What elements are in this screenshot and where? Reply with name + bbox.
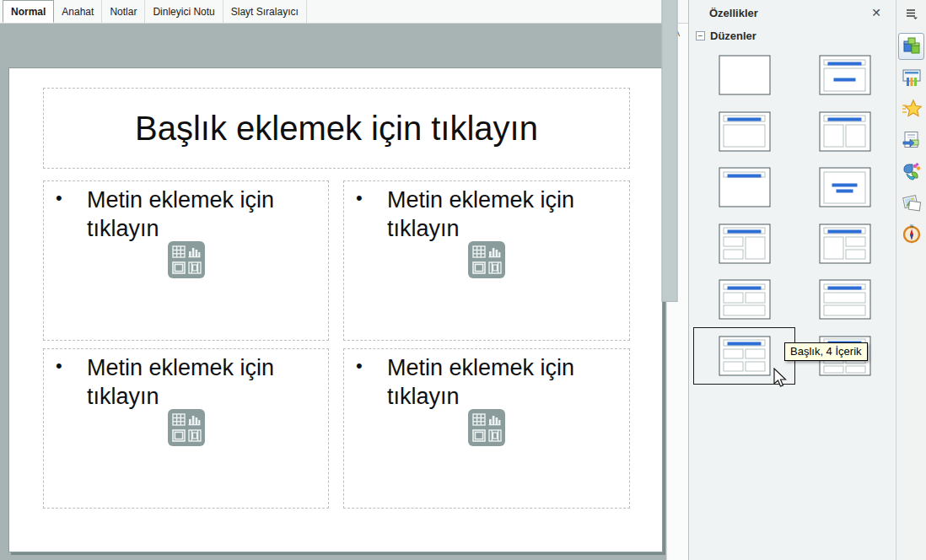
layout-thumbnail-2[interactable] [794, 47, 895, 104]
insert-object-buttons[interactable] [168, 241, 205, 282]
sidebar-tab-gallery[interactable] [898, 189, 924, 216]
view-tab-notlar[interactable]: Notlar [102, 0, 145, 23]
panel-header: Özellikler ✕ [689, 0, 896, 25]
layout-tooltip: Başlık, 4 İçerik [784, 342, 868, 361]
content-placeholder-text: Metin eklemek için tıklayın [87, 355, 274, 409]
collapse-icon[interactable]: − [696, 31, 705, 40]
slide-canvas[interactable]: Başlık eklemek için tıklayın •Metin ekle… [8, 67, 663, 552]
sidebar-tab-navigator[interactable]: N [898, 220, 924, 247]
title-placeholder[interactable]: Başlık eklemek için tıklayın [43, 88, 630, 169]
content-placeholder[interactable]: •Metin eklemek için tıklayın [43, 348, 329, 509]
master-slides-icon [902, 130, 922, 150]
insert-object-buttons[interactable] [468, 409, 505, 450]
svg-text:N: N [910, 223, 913, 229]
layout-thumbnail-10[interactable] [794, 272, 895, 328]
insert-object-buttons[interactable] [168, 409, 205, 450]
sidebar-menu-icon[interactable] [902, 6, 921, 21]
content-placeholder[interactable]: •Metin eklemek için tıklayın [43, 180, 329, 341]
content-placeholder[interactable]: •Metin eklemek için tıklayın [343, 180, 630, 341]
view-tab-bar: NormalAnahatNotlarDinleyici NotuSlayt Sı… [0, 0, 688, 24]
properties-icon [902, 36, 922, 57]
layout-thumbnail-6[interactable] [794, 159, 895, 216]
bullet-glyph: • [56, 354, 62, 378]
bullet-glyph: • [56, 186, 62, 210]
view-tab-slayt-sıralayıcı[interactable]: Slayt Sıralayıcı [223, 0, 307, 23]
layout-thumbnail-1[interactable] [694, 47, 794, 104]
layout-thumbnail-9[interactable] [694, 272, 794, 328]
slide-scrollbar[interactable]: ˄ [666, 24, 688, 560]
slide-workspace: Başlık eklemek için tıklayın •Metin ekle… [0, 24, 666, 560]
layout-grid [694, 47, 895, 384]
view-tab-normal[interactable]: Normal [3, 0, 54, 23]
scrollbar-thumb[interactable] [662, 0, 678, 302]
view-tab-anahat[interactable]: Anahat [54, 0, 102, 23]
content-placeholder-text: Metin eklemek için tıklayın [387, 187, 574, 241]
sidebar-tab-animation[interactable] [898, 95, 924, 122]
layouts-section-label: Düzenler [710, 30, 756, 42]
gallery-icon [902, 192, 922, 213]
slide-transition-icon [902, 67, 922, 88]
sidebar-tab-strip: N [896, 0, 926, 560]
navigator-icon: N [902, 223, 922, 244]
bullet-glyph: • [356, 186, 363, 210]
sidebar-tab-slide-transition[interactable] [898, 64, 924, 91]
sidebar-tab-styles[interactable] [898, 158, 924, 185]
panel-title: Özellikler [709, 7, 758, 19]
title-placeholder-text: Başlık eklemek için tıklayın [135, 110, 538, 148]
styles-icon [902, 161, 922, 181]
layout-thumbnail-7[interactable] [694, 216, 794, 272]
layout-thumbnail-3[interactable] [694, 104, 794, 160]
layout-thumbnail-4[interactable] [794, 104, 895, 160]
sidebar-tab-properties[interactable] [898, 33, 924, 60]
bullet-glyph: • [356, 354, 363, 378]
layout-thumbnail-5[interactable] [694, 159, 794, 216]
sidebar-tab-master-slides[interactable] [898, 127, 924, 153]
content-placeholder-text: Metin eklemek için tıklayın [387, 355, 574, 409]
insert-object-buttons[interactable] [468, 241, 505, 282]
layout-thumbnail-8[interactable] [794, 216, 895, 272]
view-tab-dinleyici-notu[interactable]: Dinleyici Notu [145, 0, 223, 23]
properties-panel: Özellikler ✕ − Düzenler [688, 0, 896, 560]
content-placeholder-text: Metin eklemek için tıklayın [87, 187, 274, 241]
close-icon[interactable]: ✕ [869, 5, 884, 20]
animation-icon [902, 99, 922, 119]
layouts-section-header[interactable]: − Düzenler [696, 30, 756, 42]
content-placeholder[interactable]: •Metin eklemek için tıklayın [343, 348, 630, 509]
mouse-cursor [773, 368, 789, 391]
